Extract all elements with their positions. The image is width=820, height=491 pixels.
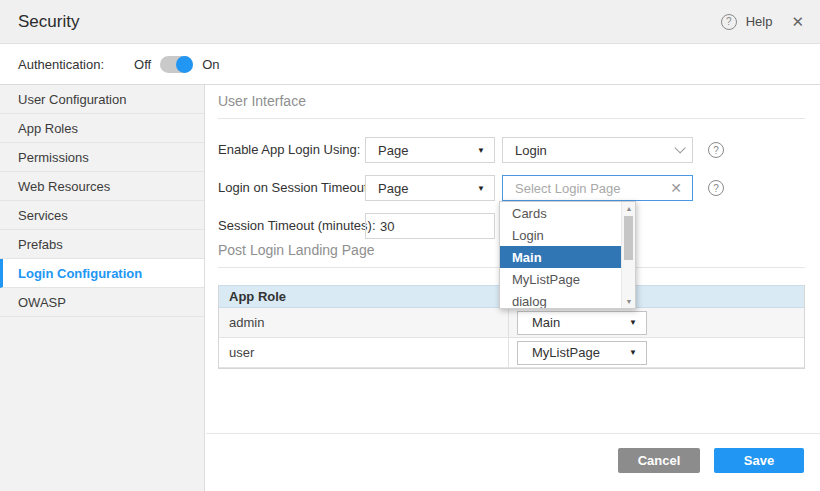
scroll-up-icon[interactable]: ▲ <box>622 205 636 212</box>
authentication-bar: Authentication: Off On <box>0 45 820 85</box>
sidebar-item-web-resources[interactable]: Web Resources <box>0 172 204 201</box>
scroll-down-icon[interactable]: ▼ <box>622 298 636 305</box>
toggle-off-label: Off <box>134 57 151 72</box>
authentication-toggle[interactable] <box>160 56 193 73</box>
login-on-timeout-page-combobox[interactable]: Select Login Page ✕ <box>502 175 693 201</box>
dialog-header: Security ? Help ✕ <box>0 0 820 44</box>
sidebar-item-user-configuration[interactable]: User Configuration <box>0 85 204 114</box>
toggle-on-label: On <box>202 57 219 72</box>
role-cell: user <box>219 338 509 367</box>
session-timeout-input[interactable]: 30 <box>365 213 495 239</box>
toggle-knob <box>176 56 193 73</box>
enable-app-login-type-select[interactable]: Page ▼ <box>365 137 495 163</box>
login-on-timeout-type-select[interactable]: Page ▼ <box>365 175 495 201</box>
enable-app-login-label: Enable App Login Using: <box>218 137 360 163</box>
footer-divider <box>206 433 820 434</box>
scrollbar-thumb[interactable] <box>624 216 633 260</box>
chevron-down-icon <box>674 142 685 153</box>
section-heading-user-interface: User Interface <box>218 93 805 119</box>
caret-down-icon: ▼ <box>629 318 637 327</box>
login-page-dropdown-list: Cards Login Main MyListPage dialog ▲ ▼ <box>499 201 636 309</box>
caret-down-icon: ▼ <box>477 146 485 155</box>
sidebar-item-app-roles[interactable]: App Roles <box>0 114 204 143</box>
dropdown-option-cards[interactable]: Cards <box>500 202 621 224</box>
landing-page-select-admin[interactable]: Main ▼ <box>517 311 647 335</box>
authentication-label: Authentication: <box>18 57 104 72</box>
caret-down-icon: ▼ <box>629 348 637 357</box>
dropdown-option-dialog[interactable]: dialog <box>500 290 621 309</box>
landing-page-select-user[interactable]: MyListPage ▼ <box>517 341 647 365</box>
dropdown-option-mylistpage[interactable]: MyListPage <box>500 268 621 290</box>
table-header-app-role: App Role <box>219 289 286 304</box>
help-link[interactable]: Help <box>746 14 773 29</box>
session-timeout-label: Session Timeout (minutes): <box>218 213 376 239</box>
dropdown-option-login[interactable]: Login <box>500 224 621 246</box>
dropdown-scrollbar[interactable]: ▲ ▼ <box>621 202 635 308</box>
login-on-timeout-label: Login on Session Timeout: <box>218 175 371 201</box>
settings-sidebar: User Configuration App Roles Permissions… <box>0 85 205 491</box>
login-on-timeout-help-icon[interactable]: ? <box>708 180 724 196</box>
close-icon[interactable]: ✕ <box>791 13 804 31</box>
page-title: Security <box>18 12 79 32</box>
help-icon[interactable]: ? <box>721 14 737 30</box>
caret-down-icon: ▼ <box>477 184 485 193</box>
sidebar-item-services[interactable]: Services <box>0 201 204 230</box>
clear-icon[interactable]: ✕ <box>670 180 682 196</box>
enable-app-login-page-combobox[interactable]: Login <box>502 137 693 163</box>
sidebar-item-permissions[interactable]: Permissions <box>0 143 204 172</box>
dropdown-option-main[interactable]: Main <box>500 246 621 268</box>
role-cell: admin <box>219 308 509 337</box>
table-row: user MyListPage ▼ <box>219 338 804 368</box>
table-row: admin Main ▼ <box>219 308 804 338</box>
enable-app-login-help-icon[interactable]: ? <box>708 142 724 158</box>
sidebar-item-owasp[interactable]: OWASP <box>0 288 204 317</box>
sidebar-item-login-configuration[interactable]: Login Configuration <box>0 259 204 288</box>
cancel-button[interactable]: Cancel <box>618 448 700 473</box>
combobox-placeholder: Select Login Page <box>515 181 621 196</box>
sidebar-item-prefabs[interactable]: Prefabs <box>0 230 204 259</box>
save-button[interactable]: Save <box>714 448 804 473</box>
